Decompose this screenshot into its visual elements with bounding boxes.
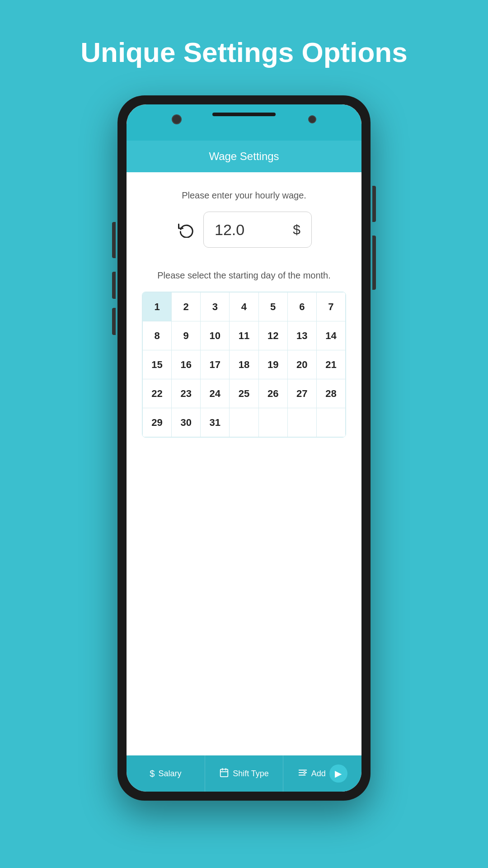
salary-icon: $ [150, 769, 155, 779]
page-title: Unique Settings Options [62, 36, 425, 68]
calendar-day[interactable]: 25 [230, 379, 258, 408]
calendar-day[interactable]: 3 [201, 292, 230, 321]
side-button-power [372, 186, 376, 222]
nav-label-add: Add [311, 769, 326, 778]
calendar-day[interactable]: 22 [143, 379, 172, 408]
speaker [212, 113, 276, 116]
side-button-left-1 [112, 222, 116, 258]
calendar-day[interactable]: 8 [143, 321, 172, 350]
calendar-day[interactable]: 2 [172, 292, 201, 321]
calendar-day[interactable]: 31 [201, 408, 230, 437]
calendar-day[interactable]: 7 [316, 292, 345, 321]
calendar-day[interactable]: 6 [287, 292, 316, 321]
nav-item-shift-type[interactable]: Shift Type [205, 755, 284, 792]
hourly-wage-instruction: Please enter your hourly wage. [140, 190, 348, 201]
nav-label-shift-type: Shift Type [233, 769, 269, 778]
calendar-day[interactable]: 10 [201, 321, 230, 350]
shift-type-icon [219, 768, 229, 780]
calendar-day[interactable]: 20 [287, 350, 316, 379]
camera-right [308, 115, 316, 123]
calendar-day [316, 408, 345, 437]
side-button-left-2 [112, 272, 116, 299]
phone-frame: Wage Settings Please enter your hourly w… [117, 95, 371, 801]
calendar-day [287, 408, 316, 437]
calendar-day[interactable]: 16 [172, 350, 201, 379]
side-button-volume [372, 236, 376, 290]
calendar-day[interactable]: 24 [201, 379, 230, 408]
calendar-day[interactable]: 19 [258, 350, 287, 379]
nav-item-add[interactable]: Add ▶ [283, 755, 361, 792]
calendar-day[interactable]: 9 [172, 321, 201, 350]
wage-value: 12.0 [215, 221, 244, 239]
calendar-day[interactable]: 28 [316, 379, 345, 408]
calendar-day[interactable]: 12 [258, 321, 287, 350]
nav-item-salary[interactable]: $ Salary [127, 755, 205, 792]
calendar-day[interactable]: 29 [143, 408, 172, 437]
wage-currency: $ [293, 222, 300, 237]
calendar-day [258, 408, 287, 437]
calendar-day[interactable]: 14 [316, 321, 345, 350]
calendar-day[interactable]: 27 [287, 379, 316, 408]
nav-arrow[interactable]: ▶ [329, 764, 347, 783]
app-header: Wage Settings [127, 141, 361, 172]
calendar-day [230, 408, 258, 437]
add-icon [298, 768, 308, 780]
calendar-grid: 1234567891011121314151617181920212223242… [142, 292, 346, 437]
calendar-day[interactable]: 15 [143, 350, 172, 379]
calendar-day[interactable]: 11 [230, 321, 258, 350]
camera-left [172, 114, 182, 124]
calendar-day[interactable]: 23 [172, 379, 201, 408]
calendar-day[interactable]: 13 [287, 321, 316, 350]
wage-input-box[interactable]: 12.0 $ [203, 212, 312, 248]
calendar-day[interactable]: 21 [316, 350, 345, 379]
side-button-left-3 [112, 308, 116, 335]
wage-input-row: 12.0 $ [140, 212, 348, 248]
svg-rect-0 [221, 769, 228, 777]
calendar-day[interactable]: 26 [258, 379, 287, 408]
bottom-nav: $ Salary Shift Type [127, 755, 361, 792]
app-header-title: Wage Settings [209, 150, 279, 163]
phone-notch [127, 104, 361, 141]
calendar-day[interactable]: 5 [258, 292, 287, 321]
nav-label-salary: Salary [158, 769, 181, 778]
refresh-button[interactable] [176, 220, 196, 240]
calendar-day[interactable]: 17 [201, 350, 230, 379]
calendar-day[interactable]: 1 [143, 292, 172, 321]
select-day-instruction: Please select the starting day of the mo… [140, 270, 348, 281]
app-content: Please enter your hourly wage. 12.0 $ Pl… [127, 172, 361, 755]
calendar-day[interactable]: 18 [230, 350, 258, 379]
calendar-day[interactable]: 4 [230, 292, 258, 321]
calendar-grid-container: 1234567891011121314151617181920212223242… [142, 292, 346, 438]
phone-screen: Wage Settings Please enter your hourly w… [127, 104, 361, 792]
calendar-day[interactable]: 30 [172, 408, 201, 437]
